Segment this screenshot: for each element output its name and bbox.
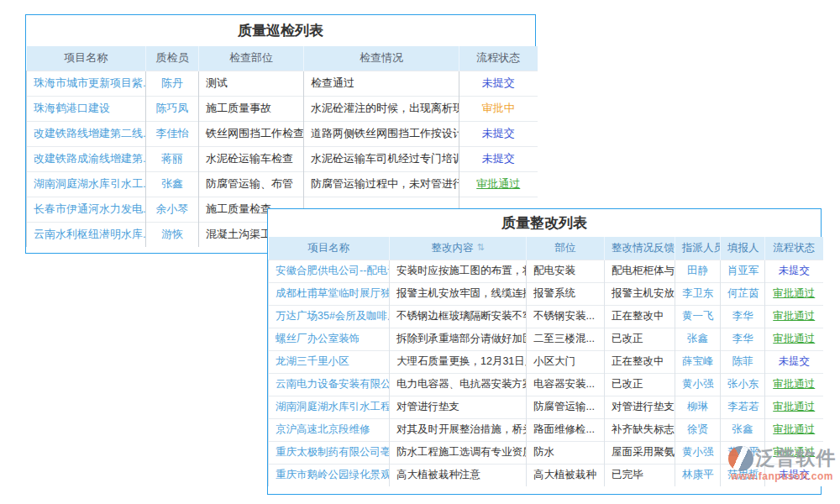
- reporter-name[interactable]: 陈菲: [721, 350, 765, 373]
- status-badge[interactable]: 未提交: [459, 121, 538, 146]
- project-link[interactable]: 改建铁路线增建第二线...: [27, 121, 146, 146]
- reporter-name[interactable]: 范思哲: [721, 464, 765, 486]
- column-header: 指派人员: [675, 237, 721, 260]
- feedback-cell: 正在整改中: [605, 305, 675, 328]
- situation-cell: 水泥砼灌注的时候，出现离析现象: [304, 96, 459, 121]
- project-link[interactable]: 湖南洞庭湖水库引水工程施工标: [269, 396, 390, 418]
- table-row: 京沪高速北京段维修对其及时开展整治措施，桥头...路面维修检...补齐缺失标志.…: [269, 418, 823, 441]
- column-header: 整改情况反馈: [605, 237, 675, 260]
- status-badge[interactable]: 审批中: [459, 96, 538, 121]
- inspector-name[interactable]: 张鑫: [146, 171, 199, 197]
- column-header-label: 检查部位: [229, 51, 273, 64]
- assignee-name[interactable]: 田静: [675, 260, 721, 282]
- part-cell: 铁丝网围挡工作检查: [199, 121, 304, 146]
- status-badge[interactable]: 审批通过: [765, 418, 823, 441]
- part-cell: 施工质量事故: [199, 96, 304, 121]
- reporter-name[interactable]: 李华: [721, 305, 765, 328]
- inspector-name[interactable]: 李佳怡: [146, 121, 199, 146]
- table-row: 龙湖三千里小区大理石质量更换，12月31日之...小区大门正在整改中薛宝峰陈菲未…: [269, 350, 823, 373]
- project-link[interactable]: 云南水利枢纽潜明水库...: [27, 222, 146, 247]
- assignee-name[interactable]: 林康平: [675, 464, 721, 486]
- column-header-label: 整改内容: [431, 242, 473, 254]
- content-cell: 不锈钢边框玻璃隔断安装不牢...: [390, 305, 527, 328]
- content-cell: 对其及时开展整治措施，桥头...: [390, 418, 527, 441]
- reporter-name[interactable]: 李若若: [721, 396, 765, 418]
- project-link[interactable]: 螺丝厂办公室装饰: [269, 328, 390, 350]
- reporter-name[interactable]: 张小东: [721, 373, 765, 396]
- assignee-name[interactable]: 徐贤: [675, 418, 721, 441]
- column-header: 检查情况: [304, 46, 459, 71]
- status-badge[interactable]: 审批通过: [765, 282, 823, 305]
- table-row: 珠海鹤港口建设陈巧凤施工质量事故水泥砼灌注的时候，出现离析现象审批中: [27, 96, 538, 121]
- status-badge[interactable]: 审批通过: [765, 328, 823, 350]
- part-cell: 二至三楼混...: [527, 328, 605, 350]
- assignee-name[interactable]: 李卫东: [675, 282, 721, 305]
- reporter-name[interactable]: 张鑫: [721, 418, 765, 441]
- status-badge[interactable]: 未提交: [765, 350, 823, 373]
- project-link[interactable]: 重庆市鹅岭公园绿化景观提升...: [269, 464, 390, 486]
- table-row: 改建铁路成渝线增建第...蒋丽水泥砼运输车检查水泥砼运输车司机经过专门培训...…: [27, 146, 538, 171]
- assignee-name[interactable]: 黄小强: [675, 441, 721, 464]
- column-header-label: 整改情况反馈: [612, 242, 675, 254]
- content-cell: 防水工程施工选调有专业资质...: [390, 441, 527, 464]
- part-cell: 配电安装: [527, 260, 605, 282]
- column-header-label: 部位: [555, 242, 576, 254]
- assignee-name[interactable]: 柳琳: [675, 396, 721, 418]
- project-link[interactable]: 珠海市城市更新项目紫...: [27, 71, 146, 96]
- part-cell: 防腐管运输、布管: [199, 171, 304, 197]
- reporter-name[interactable]: 何芷茵: [721, 282, 765, 305]
- column-header[interactable]: 整改内容⇅: [390, 237, 527, 260]
- inspector-name[interactable]: 陈巧凤: [146, 96, 199, 121]
- project-link[interactable]: 重庆太极制药有限公司亳州中...: [269, 441, 390, 464]
- inspector-name[interactable]: 蒋丽: [146, 146, 199, 171]
- assignee-name[interactable]: 黄一飞: [675, 305, 721, 328]
- column-header-label: 指派人员: [682, 242, 721, 254]
- feedback-cell: 屋面采用聚氨...: [605, 441, 675, 464]
- column-header-label: 质检员: [156, 51, 189, 64]
- assignee-name[interactable]: 黄小强: [675, 373, 721, 396]
- status-badge[interactable]: 审批通过: [765, 396, 823, 418]
- feedback-cell: 对管进行垫支: [605, 396, 675, 418]
- table-row: 改建铁路线增建第二线...李佳怡铁丝网围挡工作检查道路两侧铁丝网围挡工作按设计.…: [27, 121, 538, 146]
- project-link[interactable]: 珠海鹤港口建设: [27, 96, 146, 121]
- content-cell: 对管进行垫支: [390, 396, 527, 418]
- table-row: 珠海市城市更新项目紫...陈丹测试检查通过未提交: [27, 71, 538, 96]
- project-link[interactable]: 湖南洞庭湖水库引水工...: [27, 171, 146, 197]
- project-link[interactable]: 万达广场35#会所及咖啡厅空...: [269, 305, 390, 328]
- inspector-name[interactable]: 游恢: [146, 222, 199, 247]
- part-cell: 报警系统: [527, 282, 605, 305]
- part-cell: 小区大门: [527, 350, 605, 373]
- status-badge[interactable]: 未提交: [765, 260, 823, 282]
- part-cell: 防腐管运输...: [527, 396, 605, 418]
- inspector-name[interactable]: 陈丹: [146, 71, 199, 96]
- project-link[interactable]: 改建铁路成渝线增建第...: [27, 146, 146, 171]
- assignee-name[interactable]: 薛宝峰: [675, 350, 721, 373]
- feedback-cell: 已改正: [605, 328, 675, 350]
- reporter-name[interactable]: 肖亚军: [721, 260, 765, 282]
- table-row: 云南电力设备安装有限公司20...电力电容器、电抗器安装方案,...电容器安装.…: [269, 373, 823, 396]
- status-badge[interactable]: 审批通过: [765, 305, 823, 328]
- status-badge[interactable]: 审批通过: [459, 171, 538, 197]
- rectify-table: 项目名称整改内容⇅部位整改情况反馈指派人员填报人流程状态 安徽合肥供电公司--配…: [268, 237, 823, 486]
- project-link[interactable]: 安徽合肥供电公司--配电设备...: [269, 260, 390, 282]
- status-badge[interactable]: 审批通过: [765, 373, 823, 396]
- content-cell: 安装时应按施工图的布置，将...: [390, 260, 527, 282]
- reporter-name[interactable]: 董清平: [721, 441, 765, 464]
- status-badge[interactable]: 未提交: [765, 464, 823, 486]
- sort-icon[interactable]: ⇅: [476, 242, 484, 252]
- project-link[interactable]: 长春市伊通河水力发电...: [27, 197, 146, 222]
- reporter-name[interactable]: 李华: [721, 328, 765, 350]
- status-badge[interactable]: 未提交: [459, 146, 538, 171]
- project-link[interactable]: 云南电力设备安装有限公司20...: [269, 373, 390, 396]
- content-cell: 电力电容器、电抗器安装方案,...: [390, 373, 527, 396]
- status-badge[interactable]: 未提交: [459, 71, 538, 96]
- assignee-name[interactable]: 张鑫: [675, 328, 721, 350]
- inspector-name[interactable]: 余小琴: [146, 197, 199, 222]
- content-cell: 拆除到承重墙部分请做好加固...: [390, 328, 527, 350]
- status-badge[interactable]: 审批通过: [765, 441, 823, 464]
- column-header: 填报人: [721, 237, 765, 260]
- project-link[interactable]: 京沪高速北京段维修: [269, 418, 390, 441]
- project-link[interactable]: 龙湖三千里小区: [269, 350, 390, 373]
- part-cell: 测试: [199, 71, 304, 96]
- project-link[interactable]: 成都杜甫草堂临时展厅独立展...: [269, 282, 390, 305]
